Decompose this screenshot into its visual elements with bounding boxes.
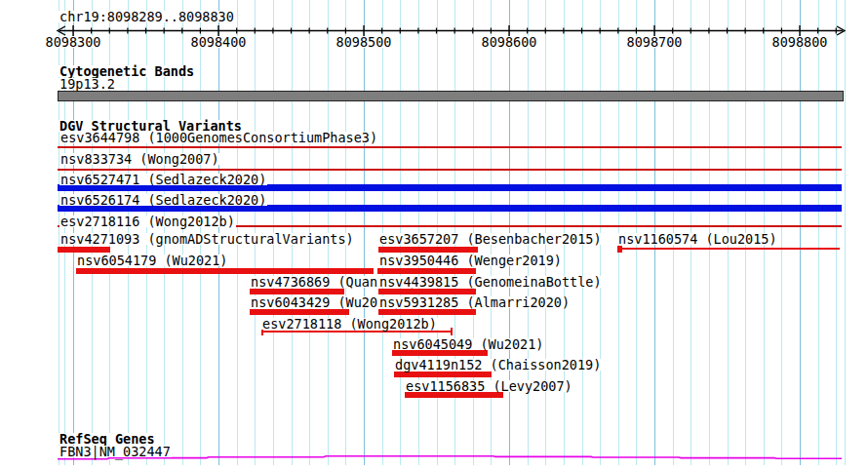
cytoband-label: 19p13.2 xyxy=(59,78,116,90)
variant-label-esv1156835[interactable]: esv1156835 (Levy2007) xyxy=(405,380,573,392)
variant-label-nsv4439815[interactable]: nsv4439815 (GenomeinaBottle) xyxy=(378,276,603,288)
ruler-tick-label: 8098800 xyxy=(771,36,829,48)
refseq-gene-label: FBN3|NM_032447 xyxy=(59,446,172,457)
variant-label-nsv4271093[interactable]: nsv4271093 (gnomADStructuralVariants) xyxy=(59,233,355,245)
variant-label-nsv6045049[interactable]: nsv6045049 (Wu2021) xyxy=(392,338,544,350)
variant-label-dgv4119n152[interactable]: dgv4119n152 (Chaisson2019) xyxy=(394,359,602,371)
variant-label-nsv833734[interactable]: nsv833734 (Wong2007) xyxy=(59,153,220,165)
variant-label-esv3657207[interactable]: esv3657207 (Besenbacher2015) xyxy=(378,233,603,245)
variant-label-nsv6054179[interactable]: nsv6054179 (Wu2021) xyxy=(76,255,228,266)
variant-label-nsv3950446[interactable]: nsv3950446 (Wenger2019) xyxy=(378,255,563,266)
region-title: chr19:8098289..8098830 xyxy=(59,11,235,22)
variant-label-esv2718118[interactable]: esv2718118 (Wong2012b) xyxy=(261,318,438,330)
variant-label-esv2718116[interactable]: esv2718116 (Wong2012b) xyxy=(59,215,236,227)
variant-label-esv3644798[interactable]: esv3644798 (1000GenomesConsortiumPhase3) xyxy=(59,132,378,143)
ruler-tick-label: 8098400 xyxy=(190,36,248,48)
variant-label-nsv6526174[interactable]: nsv6526174 (Sedlazeck2020) xyxy=(59,194,267,206)
variant-label-nsv6527471[interactable]: nsv6527471 (Sedlazeck2020) xyxy=(59,174,267,185)
ruler-tick-label: 8098300 xyxy=(45,36,102,48)
ruler-tick-label: 8098700 xyxy=(626,36,684,48)
gene-model-polyline[interactable] xyxy=(58,456,842,459)
ruler-tick-label: 8098500 xyxy=(335,36,393,48)
variant-label-nsv1160574[interactable]: nsv1160574 (Lou2015) xyxy=(617,233,778,245)
variant-label-nsv5931285[interactable]: nsv5931285 (Almarri2020) xyxy=(378,296,571,308)
ruler-tick-label: 8098600 xyxy=(481,36,538,48)
genome-browser: chr19:8098289..8098830 80983008098400809… xyxy=(0,0,868,470)
